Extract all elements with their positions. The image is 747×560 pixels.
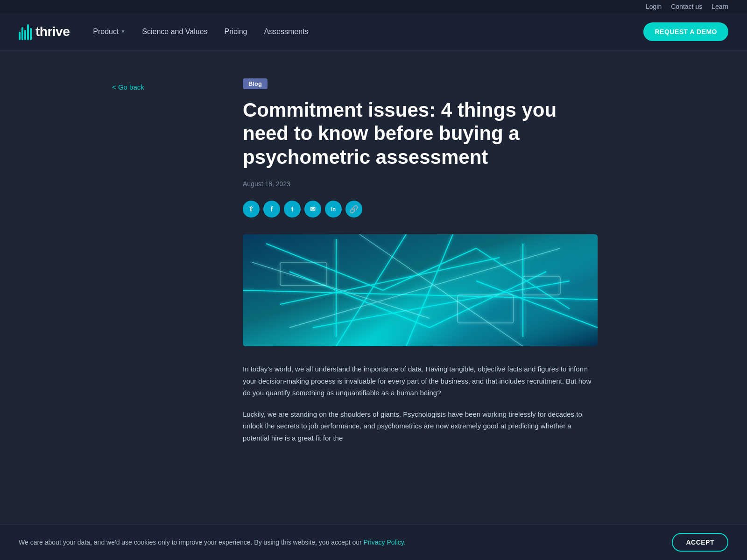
logo-bar-5 xyxy=(30,28,32,40)
share-icon-copy[interactable]: 🔗 xyxy=(345,201,362,217)
logo-bar-1 xyxy=(19,32,21,40)
top-bar: Login Contact us Learn xyxy=(0,0,747,13)
cookie-text: We care about your data, and we'd use co… xyxy=(19,538,406,547)
share-icon-twitter[interactable]: t xyxy=(284,201,301,217)
nav-pricing[interactable]: Pricing xyxy=(225,28,247,36)
share-icon-facebook[interactable]: f xyxy=(263,201,280,217)
request-demo-button[interactable]: REQUEST A DEMO xyxy=(643,22,728,41)
go-back-link[interactable]: < Go back xyxy=(112,83,224,91)
contact-us-link[interactable]: Contact us xyxy=(671,3,702,10)
share-icons-container: ⇧ f t ✉ in 🔗 xyxy=(243,201,598,217)
logo-bar-3 xyxy=(24,30,26,40)
logo-bar-4 xyxy=(27,24,29,40)
logo-bar-2 xyxy=(21,27,23,40)
login-link[interactable]: Login xyxy=(646,3,662,10)
article-date: August 18, 2023 xyxy=(243,180,598,188)
main-nav: thrive Product ▼ Science and Values Pric… xyxy=(0,13,747,50)
svg-rect-0 xyxy=(243,234,598,346)
share-icon-email[interactable]: ✉ xyxy=(304,201,321,217)
sidebar: < Go back xyxy=(112,78,224,453)
privacy-policy-link[interactable]: Privacy Policy. xyxy=(364,539,406,546)
article-paragraph-1: In today's world, we all understand the … xyxy=(243,363,598,399)
article-area: Blog Commitment issues: 4 things you nee… xyxy=(243,78,598,453)
cookie-banner: We care about your data, and we'd use co… xyxy=(0,524,747,560)
article-paragraph-2: Luckily, we are standing on the shoulder… xyxy=(243,408,598,444)
nav-product[interactable]: Product ▼ xyxy=(93,28,125,36)
learn-link[interactable]: Learn xyxy=(712,3,728,10)
page-content: < Go back Blog Commitment issues: 4 thin… xyxy=(93,50,654,481)
share-icon-linkedin[interactable]: in xyxy=(325,201,342,217)
cookie-accept-button[interactable]: ACCEPT xyxy=(672,533,728,552)
nav-science-and-values[interactable]: Science and Values xyxy=(142,28,207,36)
nav-links: Product ▼ Science and Values Pricing Ass… xyxy=(93,28,643,36)
hero-image xyxy=(243,234,598,346)
logo-icon xyxy=(19,23,32,40)
article-body: In today's world, we all understand the … xyxy=(243,363,598,444)
blog-badge: Blog xyxy=(243,78,268,89)
logo-text: thrive xyxy=(35,24,70,39)
share-icon-share[interactable]: ⇧ xyxy=(243,201,260,217)
chevron-down-icon: ▼ xyxy=(120,29,125,34)
hero-image-svg xyxy=(243,234,598,346)
nav-assessments[interactable]: Assessments xyxy=(264,28,308,36)
logo-link[interactable]: thrive xyxy=(19,23,70,40)
article-title: Commitment issues: 4 things you need to … xyxy=(243,98,598,169)
